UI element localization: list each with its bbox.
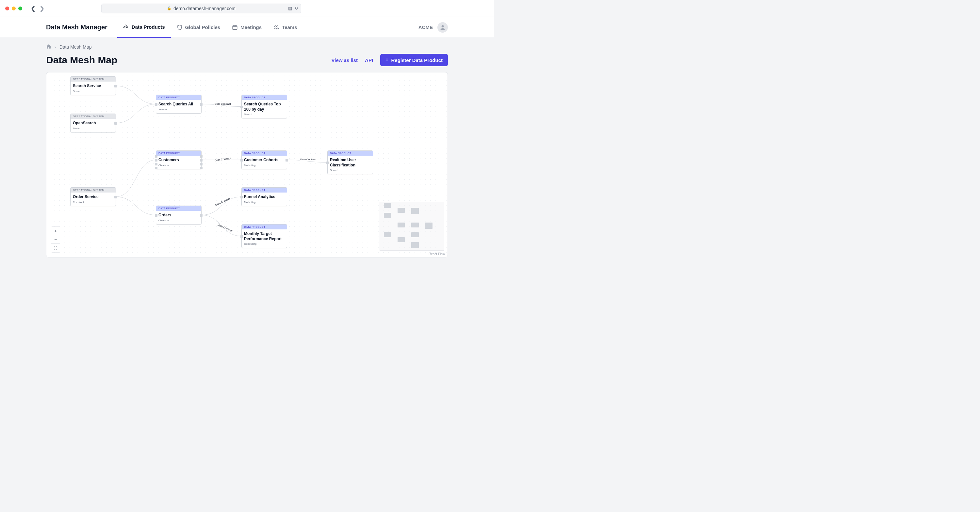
zoom-in-button[interactable]: + bbox=[51, 227, 60, 235]
minimap-node bbox=[411, 208, 419, 214]
node-title: Realtime User Classification bbox=[330, 158, 371, 168]
zoom-out-button[interactable]: − bbox=[51, 235, 60, 244]
fit-view-button[interactable]: ⛶ bbox=[51, 244, 60, 252]
node-opensearch[interactable]: OPERATIONAL SYSTEMOpenSearchSearch bbox=[70, 114, 116, 133]
handle-in[interactable] bbox=[240, 159, 243, 162]
register-data-product-button[interactable]: + Register Data Product bbox=[380, 54, 448, 66]
node-type-label: DATA PRODUCT bbox=[242, 95, 287, 100]
node-type-label: DATA PRODUCT bbox=[242, 188, 287, 193]
node-funnel-analytics[interactable]: DATA PRODUCTFunnel AnalyticsMarketing bbox=[242, 187, 287, 206]
node-type-label: DATA PRODUCT bbox=[156, 95, 201, 100]
org-switcher[interactable]: ACME bbox=[418, 24, 433, 30]
node-customer-cohorts[interactable]: DATA PRODUCTCustomer CohortsMarketing bbox=[242, 151, 287, 170]
node-title: Search Service bbox=[73, 84, 113, 89]
node-subtitle: Marketing bbox=[244, 201, 285, 204]
handle-in[interactable] bbox=[240, 235, 243, 238]
node-subtitle: Marketing bbox=[244, 164, 285, 167]
handle-out[interactable] bbox=[285, 159, 288, 162]
handle-in[interactable] bbox=[155, 159, 158, 162]
handle-extra[interactable] bbox=[155, 155, 158, 158]
handle-in[interactable] bbox=[155, 214, 158, 217]
flow-canvas[interactable]: OPERATIONAL SYSTEMSearch ServiceSearchOP… bbox=[46, 72, 448, 257]
handle-out[interactable] bbox=[200, 103, 202, 106]
handle-in[interactable] bbox=[326, 162, 329, 164]
handle-extra[interactable] bbox=[155, 167, 158, 170]
nav-data-products[interactable]: Data Products bbox=[117, 17, 171, 38]
flow-controls: + − ⛶ bbox=[51, 227, 60, 252]
minimize-window-icon[interactable] bbox=[12, 6, 16, 10]
minimap-node bbox=[398, 208, 405, 213]
handle-out[interactable] bbox=[200, 214, 202, 217]
node-search-queries-top[interactable]: DATA PRODUCTSearch Queries Top 100 by da… bbox=[242, 95, 287, 119]
breadcrumb: › Data Mesh Map bbox=[46, 44, 448, 50]
node-customers[interactable]: DATA PRODUCTCustomersCheckout bbox=[156, 151, 202, 170]
url-text: demo.datamesh-manager.com bbox=[173, 6, 235, 11]
people-icon bbox=[274, 24, 279, 30]
url-bar[interactable]: 🔒 demo.datamesh-manager.com ▤ ↻ bbox=[101, 3, 301, 13]
user-avatar[interactable] bbox=[438, 22, 448, 33]
nav-meetings[interactable]: Meetings bbox=[226, 17, 267, 38]
home-icon[interactable] bbox=[46, 44, 51, 50]
breadcrumb-current[interactable]: Data Mesh Map bbox=[59, 44, 92, 49]
handle-extra[interactable] bbox=[200, 155, 202, 158]
browser-chrome: ❮ ❯ 🔒 demo.datamesh-manager.com ▤ ↻ bbox=[0, 0, 494, 17]
handle-out[interactable] bbox=[200, 159, 202, 162]
close-window-icon[interactable] bbox=[5, 6, 9, 10]
node-subtitle: Search bbox=[73, 90, 113, 93]
minimap[interactable] bbox=[380, 202, 444, 250]
nav-teams[interactable]: Teams bbox=[267, 17, 303, 38]
attribution: React Flow bbox=[429, 252, 445, 256]
node-monthly-report[interactable]: DATA PRODUCTMonthly Target Performance R… bbox=[242, 224, 287, 248]
node-title: Search Queries All bbox=[158, 102, 199, 107]
edge-label: Data Contract bbox=[214, 103, 231, 105]
edge-label: Data Contract bbox=[299, 158, 317, 161]
handle-out[interactable] bbox=[115, 196, 117, 198]
node-subtitle: Controlling bbox=[244, 243, 285, 246]
node-title: Order Service bbox=[73, 195, 113, 200]
minimap-node bbox=[398, 237, 405, 242]
window-controls bbox=[5, 6, 22, 10]
nav-label: Data Products bbox=[132, 24, 165, 30]
node-type-label: DATA PRODUCT bbox=[156, 151, 201, 156]
calendar-icon bbox=[232, 24, 238, 30]
node-title: Search Queries Top 100 by day bbox=[244, 102, 285, 112]
minimap-node bbox=[411, 232, 419, 237]
nav-label: Meetings bbox=[240, 24, 262, 30]
node-title: Orders bbox=[158, 213, 199, 218]
reload-icon[interactable]: ↻ bbox=[295, 6, 298, 11]
node-realtime-classification[interactable]: DATA PRODUCTRealtime User Classification… bbox=[327, 151, 373, 174]
nav-label: Teams bbox=[282, 24, 297, 30]
node-order-service[interactable]: OPERATIONAL SYSTEMOrder ServiceCheckout bbox=[70, 187, 116, 206]
lock-icon: 🔒 bbox=[167, 6, 172, 10]
node-orders[interactable]: DATA PRODUCTOrdersCheckout bbox=[156, 206, 202, 225]
node-type-label: DATA PRODUCT bbox=[156, 206, 201, 211]
minimap-node bbox=[411, 223, 419, 227]
node-subtitle: Search bbox=[73, 127, 113, 130]
handle-in[interactable] bbox=[240, 196, 243, 198]
handle-out[interactable] bbox=[115, 85, 117, 87]
brand[interactable]: Data Mesh Manager bbox=[46, 24, 108, 31]
handle-out[interactable] bbox=[115, 122, 117, 125]
maximize-window-icon[interactable] bbox=[18, 6, 22, 10]
handle-extra[interactable] bbox=[155, 163, 158, 165]
nav-global-policies[interactable]: Global Policies bbox=[171, 17, 226, 38]
node-subtitle: Checkout bbox=[158, 219, 199, 222]
minimap-node bbox=[384, 203, 391, 208]
handle-in[interactable] bbox=[240, 106, 243, 108]
page-title: Data Mesh Map bbox=[46, 54, 117, 66]
handle-extra[interactable] bbox=[200, 167, 202, 170]
handle-extra[interactable] bbox=[200, 163, 202, 165]
node-subtitle: Checkout bbox=[73, 201, 113, 204]
api-link[interactable]: API bbox=[365, 57, 373, 63]
back-button[interactable]: ❮ bbox=[31, 5, 36, 12]
svg-point-3 bbox=[442, 25, 444, 27]
handle-in[interactable] bbox=[155, 103, 158, 106]
translate-icon[interactable]: ▤ bbox=[288, 6, 292, 11]
node-search-service[interactable]: OPERATIONAL SYSTEMSearch ServiceSearch bbox=[70, 76, 116, 95]
node-type-label: DATA PRODUCT bbox=[242, 151, 287, 156]
node-type-label: OPERATIONAL SYSTEM bbox=[70, 188, 116, 193]
node-title: Monthly Target Performance Report bbox=[244, 231, 285, 241]
minimap-node bbox=[384, 232, 391, 237]
node-search-queries-all[interactable]: DATA PRODUCTSearch Queries AllSearch bbox=[156, 95, 202, 114]
view-as-list-link[interactable]: View as list bbox=[331, 57, 358, 63]
